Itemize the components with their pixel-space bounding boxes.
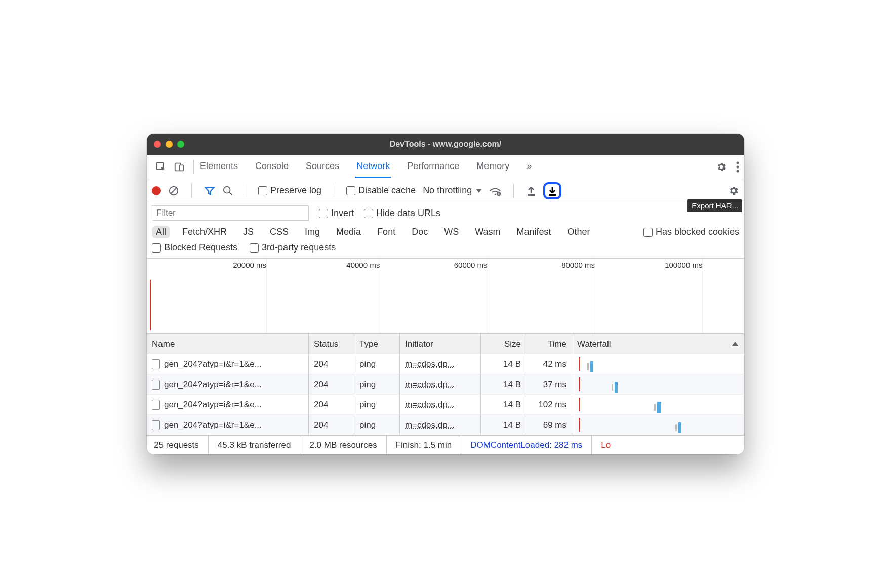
type-chip-manifest[interactable]: Manifest [513,226,555,238]
inspect-element-icon[interactable] [152,161,170,173]
cell-size: 14 B [481,354,526,374]
device-toolbar-icon[interactable] [170,161,188,173]
status-resources: 2.0 MB resources [300,436,386,454]
file-icon [152,400,160,410]
search-icon[interactable] [222,185,233,196]
minimize-window-button[interactable] [166,141,173,148]
cell-name: gen_204?atyp=i&r=1&e... [164,400,262,410]
table-row[interactable]: gen_204?atyp=i&r=1&e...204pingm=cdos,dp.… [147,395,744,415]
third-party-checkbox[interactable]: 3rd-party requests [250,242,336,253]
disable-cache-checkbox[interactable]: Disable cache [346,185,416,196]
kebab-menu-icon[interactable] [736,161,739,173]
tab-sources[interactable]: Sources [305,156,340,178]
cell-initiator[interactable]: m=cdos,dp... [405,359,455,369]
type-chip-js[interactable]: JS [239,226,258,238]
type-chip-ws[interactable]: WS [440,226,463,238]
request-table-header: Name Status Type Initiator Size Time Wat… [147,334,744,354]
divider [246,184,246,198]
tab-network[interactable]: Network [355,156,391,178]
type-chip-img[interactable]: Img [301,226,324,238]
type-chip-css[interactable]: CSS [266,226,293,238]
svg-rect-2 [180,165,183,171]
col-size[interactable]: Size [481,334,526,354]
cell-initiator[interactable]: m=cdos,dp... [405,400,455,410]
type-chip-all[interactable]: All [152,226,170,238]
tab-elements[interactable]: Elements [199,156,239,178]
status-domcontentloaded: DOMContentLoaded: 282 ms [461,436,592,454]
window-controls [154,141,184,148]
table-row[interactable]: gen_204?atyp=i&r=1&e...204pingm=cdos,dp.… [147,374,744,395]
col-time[interactable]: Time [526,334,572,354]
col-waterfall-label: Waterfall [577,339,611,349]
col-initiator[interactable]: Initiator [400,334,481,354]
svg-point-5 [737,170,739,172]
preserve-log-checkbox[interactable]: Preserve log [258,185,321,196]
cell-time: 42 ms [526,354,572,374]
throttling-value: No throttling [423,185,472,196]
network-conditions-icon[interactable] [489,186,501,196]
timeline-overview[interactable]: 20000 ms 40000 ms 60000 ms 80000 ms 1000… [147,258,744,334]
cell-initiator[interactable]: m=cdos,dp... [405,380,455,390]
invert-checkbox[interactable]: Invert [319,208,354,219]
blocked-requests-label: Blocked Requests [164,242,237,253]
svg-point-8 [224,186,230,193]
table-row[interactable]: gen_204?atyp=i&r=1&e...204pingm=cdos,dp.… [147,354,744,374]
zoom-window-button[interactable] [177,141,184,148]
status-finish: Finish: 1.5 min [387,436,462,454]
has-blocked-cookies-checkbox[interactable]: Has blocked cookies [643,227,739,237]
cell-waterfall [572,354,744,374]
col-name[interactable]: Name [147,334,309,354]
divider [513,184,514,198]
cell-initiator[interactable]: m=cdos,dp... [405,420,455,430]
tab-console[interactable]: Console [254,156,290,178]
table-row[interactable]: gen_204?atyp=i&r=1&e...204pingm=cdos,dp.… [147,415,744,435]
export-har-button[interactable] [543,182,561,199]
blocked-requests-checkbox[interactable]: Blocked Requests [152,242,237,253]
throttling-select[interactable]: No throttling [423,185,482,196]
type-chip-font[interactable]: Font [373,226,399,238]
file-icon [152,380,160,390]
tab-memory[interactable]: Memory [475,156,510,178]
hide-data-urls-checkbox[interactable]: Hide data URLs [364,208,440,219]
filter-input[interactable] [152,205,309,221]
tab-overflow[interactable]: » [525,156,533,178]
svg-rect-12 [528,194,535,196]
type-chip-fetch[interactable]: Fetch/XHR [178,226,231,238]
type-chip-media[interactable]: Media [332,226,365,238]
preserve-log-label: Preserve log [270,185,321,195]
cell-name: gen_204?atyp=i&r=1&e... [164,420,262,430]
col-type[interactable]: Type [354,334,400,354]
type-chip-wasm[interactable]: Wasm [471,226,504,238]
status-load: Lo [592,436,620,454]
timeline-tick: 100000 ms [665,261,702,269]
sort-ascending-icon [732,342,739,346]
tab-performance[interactable]: Performance [406,156,460,178]
timeline-tick: 60000 ms [454,261,488,269]
col-status[interactable]: Status [309,334,354,354]
network-settings-gear-icon[interactable] [728,185,739,196]
cell-type: ping [354,395,400,414]
extra-filters-row: Blocked Requests 3rd-party requests [147,242,744,258]
svg-rect-13 [549,194,556,196]
import-har-icon[interactable] [526,185,536,196]
clear-button[interactable] [168,185,179,196]
cell-size: 14 B [481,395,526,414]
close-window-button[interactable] [154,141,161,148]
cell-waterfall [572,395,744,414]
col-waterfall[interactable]: Waterfall [572,334,744,354]
request-table-body: gen_204?atyp=i&r=1&e...204pingm=cdos,dp.… [147,354,744,435]
settings-gear-icon[interactable] [716,161,727,173]
cell-type: ping [354,374,400,394]
window-title: DevTools - www.google.com/ [147,140,744,149]
status-requests: 25 requests [154,436,209,454]
timeline-tick: 80000 ms [561,261,595,269]
divider [334,184,334,198]
type-chip-doc[interactable]: Doc [408,226,432,238]
devtools-window: DevTools - www.google.com/ Elements Cons… [147,134,744,454]
cell-status: 204 [309,374,354,394]
record-button[interactable] [152,186,161,195]
filter-icon[interactable] [204,185,215,196]
type-chip-other[interactable]: Other [563,226,594,238]
svg-line-9 [229,192,232,195]
timeline-load-marker [150,280,151,330]
